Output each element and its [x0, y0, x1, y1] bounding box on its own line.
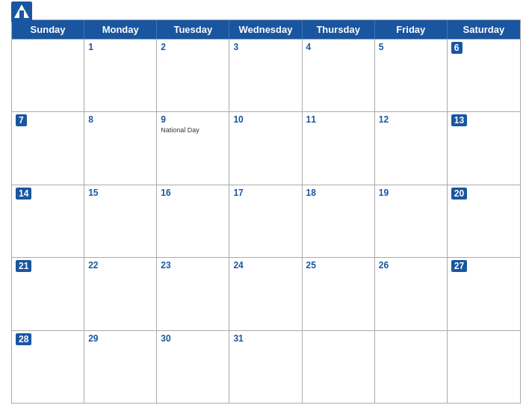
day-cell: 30 [157, 331, 229, 403]
day-cell: 20 [448, 185, 520, 257]
day-number: 11 [306, 114, 316, 125]
day-cell: 6 [448, 40, 520, 111]
day-cell: 11 [303, 112, 375, 184]
day-number: 5 [379, 42, 384, 52]
weeks-container: 123456789National Day1011121314151617181… [12, 39, 520, 403]
day-cell [448, 331, 520, 403]
day-cell: 22 [84, 258, 157, 330]
day-number: 26 [379, 260, 389, 271]
event-label: National Day [161, 126, 225, 134]
day-cell: 28 [12, 331, 84, 403]
day-cell: 14 [12, 185, 84, 257]
day-cell: 4 [303, 40, 375, 111]
calendar-grid: SundayMondayTuesdayWednesdayThursdayFrid… [11, 19, 521, 404]
day-cell: 16 [157, 185, 229, 257]
day-number: 21 [16, 260, 31, 272]
day-number: 29 [88, 333, 98, 344]
day-cell: 10 [229, 112, 302, 184]
day-cell: 23 [157, 258, 229, 330]
day-cell: 13 [448, 112, 520, 184]
day-number: 30 [161, 333, 170, 344]
day-number: 27 [451, 260, 467, 272]
day-cell: 31 [229, 331, 302, 403]
day-cell: 19 [375, 185, 448, 257]
day-number: 15 [88, 188, 98, 198]
day-number: 25 [306, 260, 316, 271]
day-cell [12, 40, 84, 111]
day-number: 16 [161, 188, 170, 198]
day-number: 4 [306, 42, 312, 52]
day-cell: 24 [229, 258, 302, 330]
day-cell: 26 [375, 258, 448, 330]
day-header-saturday: Saturday [448, 20, 520, 39]
day-number: 24 [233, 260, 243, 271]
day-number: 8 [88, 114, 93, 125]
day-cell: 29 [84, 331, 157, 403]
day-header-friday: Friday [375, 20, 448, 39]
day-number: 23 [161, 260, 170, 271]
day-number: 28 [16, 333, 31, 345]
day-cell: 15 [84, 185, 157, 257]
day-cell: 17 [229, 185, 302, 257]
calendar-header [11, 7, 521, 15]
day-cell: 9National Day [157, 112, 229, 184]
day-number: 12 [379, 114, 389, 125]
week-row-4: 21222324252627 [12, 257, 520, 330]
day-header-thursday: Thursday [303, 20, 375, 39]
day-header-wednesday: Wednesday [229, 20, 302, 39]
day-number: 2 [161, 42, 166, 52]
day-number: 6 [451, 42, 463, 54]
day-cell [303, 331, 375, 403]
day-number: 3 [233, 42, 238, 52]
day-number: 14 [16, 188, 31, 200]
day-number: 1 [88, 42, 93, 52]
day-number: 10 [233, 114, 243, 125]
svg-rect-2 [19, 10, 24, 18]
week-row-3: 14151617181920 [12, 185, 520, 257]
day-headers-row: SundayMondayTuesdayWednesdayThursdayFrid… [12, 20, 520, 39]
day-number: 13 [451, 114, 467, 126]
day-number: 19 [379, 188, 389, 198]
day-cell: 18 [303, 185, 375, 257]
logo-icon [11, 1, 32, 22]
day-number: 17 [233, 188, 243, 198]
day-number: 20 [451, 188, 467, 200]
week-row-2: 789National Day10111213 [12, 111, 520, 184]
day-number: 31 [233, 333, 243, 344]
day-cell: 21 [12, 258, 84, 330]
day-cell: 3 [229, 40, 302, 111]
day-number: 7 [16, 114, 27, 126]
day-cell: 7 [12, 112, 84, 184]
week-row-5: 28293031 [12, 330, 520, 403]
logo [11, 1, 34, 22]
day-number: 22 [88, 260, 98, 271]
day-cell: 1 [84, 40, 157, 111]
day-number: 18 [306, 188, 316, 198]
day-cell: 5 [375, 40, 448, 111]
day-cell [375, 331, 448, 403]
day-header-sunday: Sunday [12, 20, 84, 39]
week-row-1: 123456 [12, 39, 520, 111]
day-cell: 25 [303, 258, 375, 330]
day-header-monday: Monday [84, 20, 157, 39]
day-cell: 12 [375, 112, 448, 184]
day-cell: 27 [448, 258, 520, 330]
day-cell: 2 [157, 40, 229, 111]
day-cell: 8 [84, 112, 157, 184]
day-header-tuesday: Tuesday [157, 20, 229, 39]
day-number: 9 [161, 114, 166, 125]
